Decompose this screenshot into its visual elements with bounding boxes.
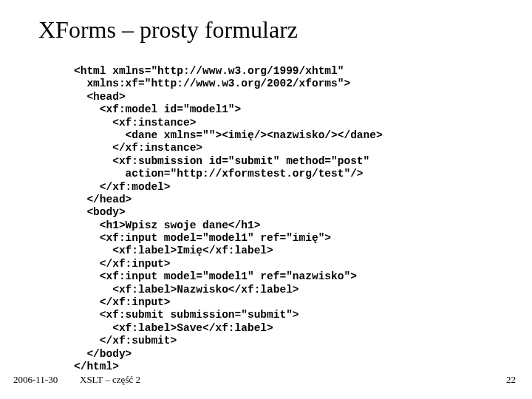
slide: XForms – prosty formularz <html xmlns="h… bbox=[0, 0, 532, 399]
code-block: <html xmlns="http://www.w3.org/1999/xhtm… bbox=[74, 65, 383, 373]
footer-date: 2006-11-30 bbox=[13, 374, 58, 386]
footer-page: 22 bbox=[506, 374, 516, 386]
footer-center: XSLT – część 2 bbox=[80, 374, 140, 386]
slide-title: XForms – prosty formularz bbox=[38, 16, 298, 44]
